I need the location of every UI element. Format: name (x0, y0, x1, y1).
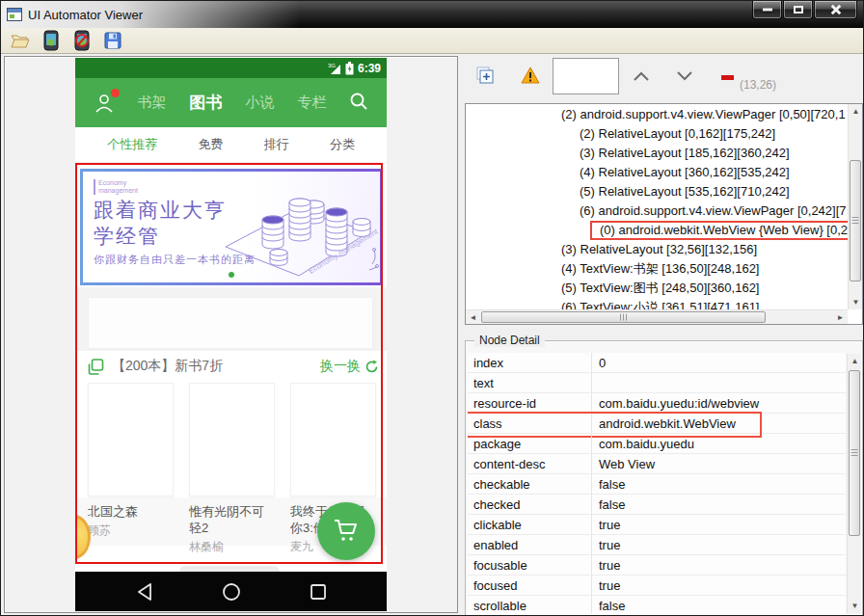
node-detail-row[interactable]: content-descWeb View (468, 454, 846, 474)
node-detail-row[interactable]: index0 (468, 353, 846, 373)
tree-node[interactable]: (2) android.support.v4.view.ViewPager [0… (466, 105, 848, 124)
book-card[interactable]: 北国之森顾苏 (88, 383, 174, 555)
close-button[interactable] (814, 1, 857, 19)
banner-title: 跟着商业大亨 学经管 (94, 197, 227, 249)
refresh-list-button[interactable]: 换一换 (320, 358, 379, 375)
cart-icon (333, 519, 360, 544)
profile-button[interactable] (93, 92, 116, 115)
loading-image-placeholder (88, 297, 373, 349)
book-card[interactable]: 惟有光阴不可轻2林桑榆 (189, 383, 275, 555)
sub-tab[interactable]: 个性推荐 (107, 136, 157, 153)
status-time: 6:39 (358, 62, 381, 75)
tree-node[interactable]: (0) android.webkit.WebView {Web View} [0… (466, 221, 848, 240)
node-detail-key: checkable (468, 477, 591, 492)
battery-icon (345, 62, 354, 75)
promo-banner[interactable]: Economy management 跟着商业大亨 学经管 你跟财务自由只差一本… (80, 169, 383, 285)
app-icon (7, 8, 22, 21)
sub-tabs: 个性推荐免费排行分类 (75, 127, 387, 163)
tree-node[interactable]: (5) RelativeLayout [535,162][710,242] (466, 182, 848, 201)
tree-node[interactable]: (2) RelativeLayout [0,162][175,242] (466, 124, 848, 144)
node-detail-row[interactable]: focusedtrue (468, 576, 846, 596)
tree-node[interactable]: (4) TextView:书架 [136,50][248,162] (466, 259, 848, 279)
detail-vertical-scrollbar[interactable]: ▲ ▼ (847, 354, 861, 613)
node-detail-row[interactable]: checkablefalse (468, 474, 846, 495)
node-detail-row[interactable]: focusabletrue (468, 555, 846, 576)
tree-node[interactable]: (6) TextView:小说 [361,51][471,161] (466, 298, 848, 309)
node-detail-value: true (591, 555, 846, 575)
tree-horizontal-scrollbar[interactable]: ◄ ► (466, 309, 848, 324)
node-detail-value: false (591, 495, 846, 514)
search-icon (348, 91, 369, 112)
sub-tab[interactable]: 排行 (264, 136, 289, 153)
screenshot-panel[interactable]: 3G 6:39 书架图书小说专栏 (4, 56, 458, 613)
node-detail-value: true (591, 515, 846, 534)
app-tab[interactable]: 小说 (246, 94, 275, 112)
detail-vscroll-thumb[interactable] (849, 370, 860, 536)
node-detail-row[interactable]: classandroid.webkit.WebView (468, 414, 846, 434)
device-screenshot-compressed-button[interactable] (70, 30, 94, 52)
chevron-up-icon (633, 70, 650, 82)
node-detail-value: true (591, 535, 846, 554)
home-icon[interactable] (222, 582, 241, 602)
node-detail-title: Node Detail (474, 334, 545, 347)
node-detail-row[interactable]: packagecom.baidu.yuedu (468, 434, 846, 454)
warning-icon (521, 67, 540, 84)
app-tabs: 书架图书小说专栏 (116, 92, 348, 114)
scroll-up-icon[interactable]: ▲ (849, 104, 863, 119)
node-detail-row[interactable]: scrollablefalse (468, 596, 846, 614)
scroll-down-icon[interactable]: ▼ (849, 295, 863, 309)
device-screenshot-button[interactable] (40, 30, 63, 52)
tree-node-label: (5) RelativeLayout [535,162][710,242] (580, 183, 790, 201)
section-header: 【200本】新书7折 换一换 (88, 356, 379, 377)
app-tab[interactable]: 图书 (190, 92, 223, 114)
node-detail-row[interactable]: checkedfalse (468, 495, 846, 515)
minimize-button[interactable] (752, 1, 782, 19)
book-cover (189, 383, 275, 496)
collapse-all-icon[interactable] (721, 75, 734, 80)
scroll-up-icon[interactable]: ▲ (848, 354, 862, 368)
node-detail-value: true (591, 576, 846, 595)
node-detail-value: com.baidu.yuedu (591, 434, 846, 453)
recents-icon[interactable] (310, 583, 327, 601)
app-tab[interactable]: 专栏 (298, 94, 327, 112)
search-next-button[interactable] (674, 68, 695, 84)
tree-node[interactable]: (4) RelativeLayout [360,162][535,242] (466, 163, 848, 182)
sub-tab[interactable]: 免费 (198, 136, 223, 153)
scroll-left-icon[interactable]: ◄ (466, 310, 480, 325)
window-title: UI Automator Viewer (28, 8, 143, 22)
tree-node[interactable]: (3) RelativeLayout [185,162][360,242] (466, 144, 848, 163)
scroll-right-icon[interactable]: ► (833, 310, 848, 325)
scroll-down-icon[interactable]: ▼ (848, 599, 862, 613)
cart-fab-button[interactable] (317, 502, 375, 560)
chevron-down-icon (676, 70, 693, 82)
expand-all-button[interactable] (475, 66, 495, 85)
node-detail-row[interactable]: clickabletrue (468, 515, 846, 535)
maximize-button[interactable] (783, 1, 813, 19)
sub-tab[interactable]: 分类 (330, 136, 355, 153)
node-detail-key: focused (468, 578, 591, 593)
android-nav-bar (75, 572, 387, 611)
node-detail-row[interactable]: enabledtrue (468, 535, 846, 555)
warning-button[interactable] (521, 67, 540, 84)
book-cover (290, 383, 376, 496)
tree-node[interactable]: (5) TextView:图书 [248,50][360,162] (466, 279, 848, 298)
node-detail-value: false (591, 596, 846, 614)
tree-vscroll-thumb[interactable] (850, 160, 861, 281)
tree-vertical-scrollbar[interactable]: ▲ ▼ (848, 104, 862, 309)
back-icon[interactable] (136, 582, 153, 602)
app-tab[interactable]: 书架 (138, 94, 167, 112)
device-screenshot[interactable]: 3G 6:39 书架图书小说专栏 (75, 58, 387, 611)
search-prev-button[interactable] (631, 68, 652, 84)
node-detail-rows: index0textresource-idcom.baidu.yuedu:id/… (468, 353, 846, 614)
node-detail-row[interactable]: resource-idcom.baidu.yuedu:id/webview (468, 393, 846, 414)
node-detail-key: content-desc (468, 457, 591, 471)
search-button[interactable] (348, 91, 369, 116)
tree-search-input[interactable] (553, 58, 619, 94)
tree-node[interactable]: (6) android.support.v4.view.ViewPager [0… (466, 201, 848, 221)
tree-hscroll-thumb[interactable] (481, 311, 766, 323)
node-detail-row[interactable]: text (468, 373, 846, 393)
node-detail-key: checked (468, 497, 591, 512)
tree-node[interactable]: (3) RelativeLayout [32,56][132,156] (466, 240, 848, 259)
save-button[interactable] (101, 30, 124, 52)
open-file-button[interactable] (9, 30, 32, 52)
